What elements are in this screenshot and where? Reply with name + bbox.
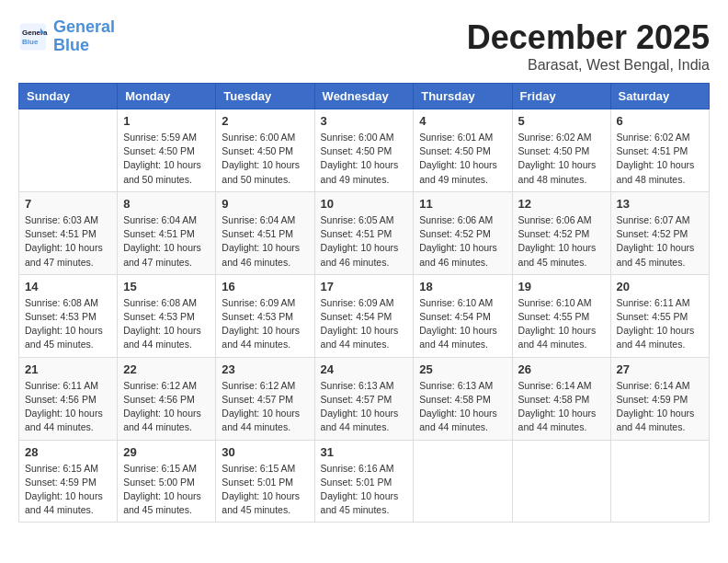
day-number: 2	[222, 114, 308, 128]
day-info: Sunrise: 6:06 AMSunset: 4:52 PMDaylight:…	[518, 213, 605, 270]
day-number: 23	[222, 362, 308, 376]
day-info: Sunrise: 6:02 AMSunset: 4:50 PMDaylight:…	[518, 131, 605, 187]
day-number: 17	[321, 280, 408, 293]
day-number: 4	[419, 114, 506, 128]
day-info: Sunrise: 6:13 AMSunset: 4:58 PMDaylight:…	[419, 379, 506, 435]
day-info: Sunrise: 5:59 AMSunset: 4:50 PMDaylight:…	[123, 131, 210, 187]
page-header: General Blue GeneralBlue December 2025 B…	[18, 18, 710, 74]
calendar-cell: 27Sunrise: 6:14 AMSunset: 4:59 PMDayligh…	[610, 357, 709, 440]
day-number: 21	[25, 362, 111, 376]
day-info: Sunrise: 6:09 AMSunset: 4:53 PMDaylight:…	[222, 296, 308, 352]
day-number: 28	[25, 445, 111, 459]
calendar-cell	[19, 109, 118, 192]
location: Barasat, West Bengal, India	[467, 57, 710, 74]
calendar-cell: 5Sunrise: 6:02 AMSunset: 4:50 PMDaylight…	[512, 109, 610, 192]
day-info: Sunrise: 6:04 AMSunset: 4:51 PMDaylight:…	[123, 213, 210, 270]
day-number: 1	[123, 114, 210, 128]
week-row-4: 21Sunrise: 6:11 AMSunset: 4:56 PMDayligh…	[19, 357, 710, 440]
week-row-2: 7Sunrise: 6:03 AMSunset: 4:51 PMDaylight…	[19, 191, 710, 274]
col-header-thursday: Thursday	[414, 84, 512, 109]
calendar-cell	[414, 440, 512, 523]
day-info: Sunrise: 6:12 AMSunset: 4:56 PMDaylight:…	[123, 379, 210, 435]
calendar-cell: 20Sunrise: 6:11 AMSunset: 4:55 PMDayligh…	[610, 274, 709, 357]
day-info: Sunrise: 6:00 AMSunset: 4:50 PMDaylight:…	[222, 131, 308, 187]
month-title: December 2025	[467, 18, 710, 57]
calendar-cell: 10Sunrise: 6:05 AMSunset: 4:51 PMDayligh…	[314, 191, 414, 274]
day-info: Sunrise: 6:10 AMSunset: 4:54 PMDaylight:…	[419, 296, 506, 352]
day-number: 7	[25, 197, 111, 211]
calendar-cell: 14Sunrise: 6:08 AMSunset: 4:53 PMDayligh…	[19, 274, 118, 357]
calendar-cell: 30Sunrise: 6:15 AMSunset: 5:01 PMDayligh…	[216, 440, 314, 523]
calendar-cell: 9Sunrise: 6:04 AMSunset: 4:51 PMDaylight…	[216, 191, 314, 274]
calendar-cell: 22Sunrise: 6:12 AMSunset: 4:56 PMDayligh…	[118, 357, 216, 440]
day-number: 15	[123, 280, 210, 293]
day-info: Sunrise: 6:11 AMSunset: 4:56 PMDaylight:…	[25, 379, 111, 435]
calendar-cell: 29Sunrise: 6:15 AMSunset: 5:00 PMDayligh…	[118, 440, 216, 523]
title-block: December 2025 Barasat, West Bengal, Indi…	[467, 18, 710, 74]
day-number: 3	[321, 114, 408, 128]
calendar-cell: 7Sunrise: 6:03 AMSunset: 4:51 PMDaylight…	[19, 191, 118, 274]
day-info: Sunrise: 6:15 AMSunset: 5:00 PMDaylight:…	[123, 462, 210, 518]
calendar-cell: 11Sunrise: 6:06 AMSunset: 4:52 PMDayligh…	[414, 191, 512, 274]
calendar-cell: 31Sunrise: 6:16 AMSunset: 5:01 PMDayligh…	[314, 440, 414, 523]
col-header-wednesday: Wednesday	[314, 84, 414, 109]
day-number: 30	[222, 445, 308, 459]
day-number: 14	[25, 280, 111, 293]
col-header-saturday: Saturday	[610, 84, 709, 109]
calendar-cell: 8Sunrise: 6:04 AMSunset: 4:51 PMDaylight…	[118, 191, 216, 274]
calendar-header-row: SundayMondayTuesdayWednesdayThursdayFrid…	[19, 84, 710, 109]
calendar-cell: 6Sunrise: 6:02 AMSunset: 4:51 PMDaylight…	[610, 109, 709, 192]
calendar-cell: 18Sunrise: 6:10 AMSunset: 4:54 PMDayligh…	[414, 274, 512, 357]
day-info: Sunrise: 6:11 AMSunset: 4:55 PMDaylight:…	[617, 296, 703, 352]
day-info: Sunrise: 6:10 AMSunset: 4:55 PMDaylight:…	[518, 296, 605, 352]
day-info: Sunrise: 6:16 AMSunset: 5:01 PMDaylight:…	[321, 462, 408, 518]
day-info: Sunrise: 6:02 AMSunset: 4:51 PMDaylight:…	[617, 131, 703, 187]
day-info: Sunrise: 6:08 AMSunset: 4:53 PMDaylight:…	[123, 296, 210, 352]
col-header-tuesday: Tuesday	[216, 84, 314, 109]
col-header-friday: Friday	[512, 84, 610, 109]
logo-text: GeneralBlue	[53, 18, 115, 55]
day-info: Sunrise: 6:08 AMSunset: 4:53 PMDaylight:…	[25, 296, 111, 352]
calendar-cell: 4Sunrise: 6:01 AMSunset: 4:50 PMDaylight…	[414, 109, 512, 192]
day-number: 11	[419, 197, 506, 211]
day-info: Sunrise: 6:12 AMSunset: 4:57 PMDaylight:…	[222, 379, 308, 435]
calendar-cell: 15Sunrise: 6:08 AMSunset: 4:53 PMDayligh…	[118, 274, 216, 357]
day-number: 18	[419, 280, 506, 293]
day-number: 27	[617, 362, 703, 376]
day-number: 29	[123, 445, 210, 459]
calendar-cell: 24Sunrise: 6:13 AMSunset: 4:57 PMDayligh…	[314, 357, 414, 440]
calendar-cell: 25Sunrise: 6:13 AMSunset: 4:58 PMDayligh…	[414, 357, 512, 440]
day-number: 12	[518, 197, 605, 211]
calendar-cell: 21Sunrise: 6:11 AMSunset: 4:56 PMDayligh…	[19, 357, 118, 440]
day-info: Sunrise: 6:13 AMSunset: 4:57 PMDaylight:…	[321, 379, 408, 435]
day-number: 10	[321, 197, 408, 211]
day-number: 9	[222, 197, 308, 211]
day-info: Sunrise: 6:03 AMSunset: 4:51 PMDaylight:…	[25, 213, 111, 270]
calendar-cell: 3Sunrise: 6:00 AMSunset: 4:50 PMDaylight…	[314, 109, 414, 192]
calendar-cell: 28Sunrise: 6:15 AMSunset: 4:59 PMDayligh…	[19, 440, 118, 523]
day-info: Sunrise: 6:14 AMSunset: 4:58 PMDaylight:…	[518, 379, 605, 435]
day-number: 22	[123, 362, 210, 376]
calendar-table: SundayMondayTuesdayWednesdayThursdayFrid…	[18, 83, 710, 523]
calendar-cell: 17Sunrise: 6:09 AMSunset: 4:54 PMDayligh…	[314, 274, 414, 357]
day-info: Sunrise: 6:00 AMSunset: 4:50 PMDaylight:…	[321, 131, 408, 187]
col-header-monday: Monday	[118, 84, 216, 109]
day-info: Sunrise: 6:01 AMSunset: 4:50 PMDaylight:…	[419, 131, 506, 187]
col-header-sunday: Sunday	[19, 84, 118, 109]
day-info: Sunrise: 6:06 AMSunset: 4:52 PMDaylight:…	[419, 213, 506, 270]
day-info: Sunrise: 6:04 AMSunset: 4:51 PMDaylight:…	[222, 213, 308, 270]
calendar-cell	[610, 440, 709, 523]
week-row-5: 28Sunrise: 6:15 AMSunset: 4:59 PMDayligh…	[19, 440, 710, 523]
calendar-cell: 12Sunrise: 6:06 AMSunset: 4:52 PMDayligh…	[512, 191, 610, 274]
day-number: 25	[419, 362, 506, 376]
week-row-3: 14Sunrise: 6:08 AMSunset: 4:53 PMDayligh…	[19, 274, 710, 357]
calendar-cell: 2Sunrise: 6:00 AMSunset: 4:50 PMDaylight…	[216, 109, 314, 192]
week-row-1: 1Sunrise: 5:59 AMSunset: 4:50 PMDaylight…	[19, 109, 710, 192]
day-number: 13	[617, 197, 703, 211]
calendar-cell: 19Sunrise: 6:10 AMSunset: 4:55 PMDayligh…	[512, 274, 610, 357]
day-number: 26	[518, 362, 605, 376]
calendar-cell: 13Sunrise: 6:07 AMSunset: 4:52 PMDayligh…	[610, 191, 709, 274]
calendar-cell: 16Sunrise: 6:09 AMSunset: 4:53 PMDayligh…	[216, 274, 314, 357]
day-number: 19	[518, 280, 605, 293]
calendar-cell: 26Sunrise: 6:14 AMSunset: 4:58 PMDayligh…	[512, 357, 610, 440]
